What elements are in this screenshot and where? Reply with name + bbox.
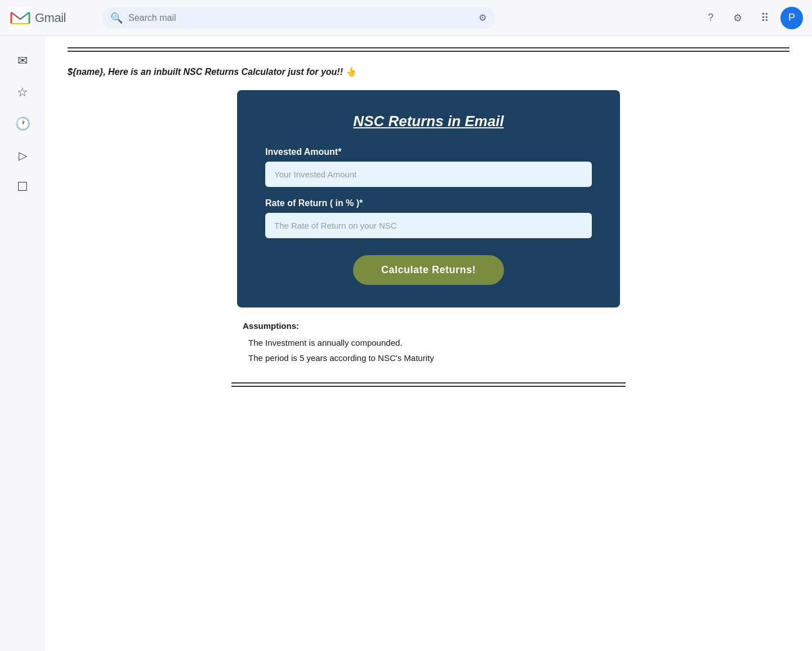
assumptions-list: The Investment is annually compounded. T… — [243, 335, 614, 365]
apps-icon: ⠿ — [761, 11, 769, 25]
compose-icon: ✉ — [17, 53, 28, 68]
invested-amount-input[interactable] — [265, 162, 592, 187]
search-input[interactable] — [128, 13, 473, 23]
settings-button[interactable]: ⚙ — [726, 7, 749, 29]
assumptions-section: Assumptions: The Investment is annually … — [237, 321, 620, 365]
invested-amount-label: Invested Amount* — [265, 147, 592, 157]
email-intro-text: ${name}, Here is an inbuilt NSC Returns … — [68, 65, 789, 79]
content-area: ${name}, Here is an inbuilt NSC Returns … — [45, 36, 812, 651]
calculate-button[interactable]: Calculate Returns! — [353, 255, 504, 285]
email-divider-top — [68, 47, 789, 48]
send-icon: ▷ — [19, 149, 27, 162]
avatar-button[interactable]: P — [780, 7, 803, 29]
topbar-icons: ? ⚙ ⠿ P — [699, 7, 803, 29]
settings-icon: ⚙ — [733, 12, 742, 24]
invested-amount-group: Invested Amount* — [265, 147, 592, 187]
gmail-label: Gmail — [35, 11, 66, 25]
help-icon: ? — [708, 12, 713, 24]
rate-of-return-group: Rate of Return ( in % )* — [265, 198, 592, 238]
email-divider-bottom — [231, 382, 626, 384]
assumption-item-1: The Investment is annually compounded. — [248, 335, 614, 350]
nsc-card: NSC Returns in Email Invested Amount* Ra… — [237, 90, 620, 307]
nsc-card-title: NSC Returns in Email — [265, 113, 592, 130]
assumption-item-2: The period is 5 years according to NSC's… — [248, 350, 614, 365]
gmail-m-icon — [9, 7, 32, 29]
sidebar: ✉ ☆ 🕐 ▷ ☐ — [0, 36, 45, 651]
sidebar-item-starred[interactable]: ☆ — [9, 79, 36, 106]
sidebar-item-drafts[interactable]: ☐ — [9, 173, 36, 200]
email-divider-bottom2 — [231, 386, 626, 387]
rate-of-return-input[interactable] — [265, 213, 592, 238]
assumptions-title: Assumptions: — [243, 321, 614, 331]
clock-icon: 🕐 — [15, 117, 30, 131]
search-bar[interactable]: 🔍 ⚙ — [101, 7, 496, 29]
topbar: Gmail 🔍 ⚙ ? ⚙ ⠿ P — [0, 0, 812, 36]
gmail-logo: Gmail — [9, 7, 88, 29]
rate-of-return-label: Rate of Return ( in % )* — [265, 198, 592, 208]
sidebar-item-compose[interactable]: ✉ — [9, 47, 36, 74]
filter-icon[interactable]: ⚙ — [479, 12, 487, 23]
help-button[interactable]: ? — [699, 7, 722, 29]
draft-icon: ☐ — [17, 180, 28, 194]
apps-button[interactable]: ⠿ — [753, 7, 776, 29]
main-layout: ✉ ☆ 🕐 ▷ ☐ ${name}, Here is an inbuilt NS… — [0, 36, 812, 651]
search-icon: 🔍 — [110, 12, 123, 24]
star-icon: ☆ — [17, 85, 28, 100]
sidebar-item-snoozed[interactable]: 🕐 — [9, 110, 36, 137]
email-divider-top2 — [68, 51, 789, 52]
sidebar-item-sent[interactable]: ▷ — [9, 142, 36, 169]
